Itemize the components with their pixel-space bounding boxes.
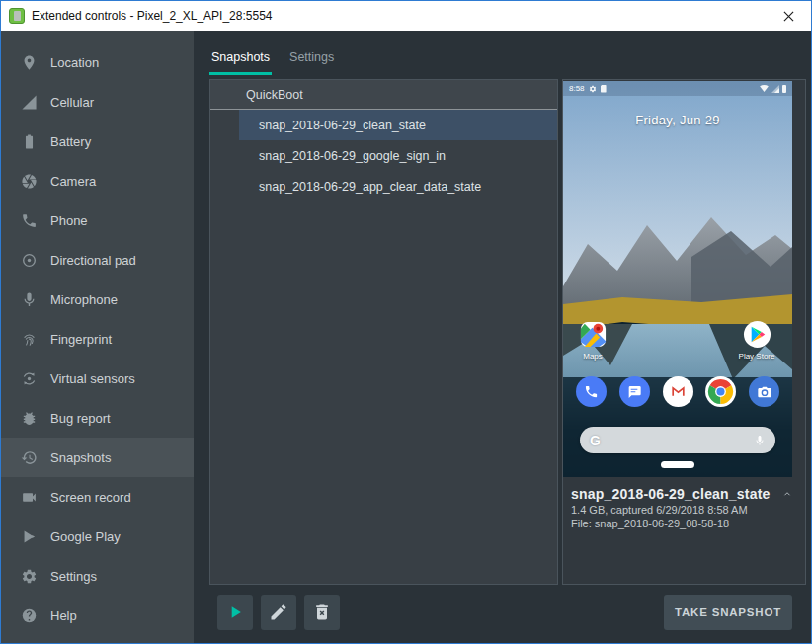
status-storage-icon: [601, 85, 607, 93]
sidebar-item-label: Screen record: [50, 490, 131, 505]
sidebar-item-label: Cellular: [50, 95, 94, 110]
play-triangle-icon: [21, 528, 38, 545]
emulator-app-icon: [9, 8, 25, 24]
history-clock-icon: [21, 449, 38, 466]
play-store-app-shortcut: Play Store: [733, 320, 780, 361]
sidebar-item-label: Google Play: [50, 529, 121, 544]
status-battery-icon: [782, 85, 787, 93]
status-wifi-icon: [760, 85, 769, 92]
sidebar-item-microphone[interactable]: Microphone: [1, 280, 194, 319]
sidebar-item-label: Settings: [50, 569, 97, 584]
play-store-app-icon: [743, 320, 771, 349]
load-snapshot-button[interactable]: [217, 595, 253, 630]
sidebar-item-label: Virtual sensors: [50, 371, 135, 386]
trash-icon: [312, 603, 332, 622]
quickboot-group-row[interactable]: QuickBoot: [210, 80, 557, 110]
sidebar-item-label: Microphone: [50, 292, 118, 307]
snapshot-info-title: snap_2018-06-29_clean_state: [571, 486, 771, 502]
google-search-bar: G: [580, 427, 775, 453]
snapshot-row[interactable]: snap_2018-06-29_app_clear_data_state: [239, 171, 557, 201]
cellular-signal-icon: [21, 94, 38, 111]
wallpaper-image: [563, 81, 792, 477]
sidebar-item-bug-report[interactable]: Bug report: [1, 398, 194, 438]
sidebar-item-snapshots[interactable]: Snapshots: [1, 438, 194, 477]
sidebar-item-cellular[interactable]: Cellular: [1, 82, 194, 121]
snapshot-name: snap_2018-06-29_clean_state: [259, 119, 426, 132]
tab-snapshots[interactable]: Snapshots: [209, 50, 272, 75]
dpad-icon: [21, 252, 38, 269]
bottom-action-bar: TAKE SNAPSHOT: [194, 585, 811, 643]
sidebar-item-label: Camera: [50, 174, 96, 189]
sidebar-item-label: Help: [50, 608, 77, 623]
mic-icon: [754, 435, 766, 446]
snapshot-info-file: File: snap_2018-06-29_08-58-18: [571, 518, 795, 529]
sidebar-item-label: Bug report: [50, 411, 111, 426]
sidebar-item-label: Fingerprint: [50, 332, 112, 347]
sidebar-item-label: Directional pad: [50, 253, 136, 268]
status-time: 8:58: [569, 84, 585, 93]
status-signal-icon: [771, 85, 779, 93]
snapshot-screenshot-preview: 8:58 Friday, Jun 29: [563, 81, 792, 477]
phone-handset-icon: [21, 212, 38, 229]
tab-bar: Snapshots Settings: [194, 31, 811, 75]
close-icon: [783, 11, 794, 22]
delete-snapshot-button[interactable]: [304, 595, 340, 630]
gear-icon: [21, 568, 38, 585]
snapshot-name: snap_2018-06-29_google_sign_in: [259, 149, 446, 163]
microphone-icon: [21, 291, 38, 308]
extended-controls-window: Extended controls - Pixel_2_XL_API_28:55…: [0, 0, 812, 644]
battery-icon: [21, 133, 38, 150]
status-gear-icon: [589, 85, 597, 93]
tab-settings[interactable]: Settings: [287, 50, 336, 75]
sidebar-item-directional-pad[interactable]: Directional pad: [1, 240, 194, 280]
sidebar-item-label: Location: [50, 55, 99, 70]
snapshot-row[interactable]: snap_2018-06-29_google_sign_in: [239, 140, 557, 171]
sidebar-item-help[interactable]: Help: [1, 596, 194, 635]
gmail-app-icon: [663, 376, 693, 407]
maps-app-shortcut: Maps: [569, 320, 616, 361]
videocam-icon: [21, 489, 38, 506]
snapshot-row[interactable]: snap_2018-06-29_clean_state: [239, 110, 557, 140]
location-pin-icon: [21, 54, 38, 71]
maps-app-label: Maps: [583, 352, 603, 361]
sidebar-item-battery[interactable]: Battery: [1, 121, 194, 161]
fingerprint-icon: [21, 331, 38, 348]
collapse-chevron-up-icon[interactable]: [779, 486, 795, 500]
sidebar-item-fingerprint[interactable]: Fingerprint: [1, 319, 194, 359]
sidebar-item-google-play[interactable]: Google Play: [1, 517, 194, 556]
sidebar-item-screen-record[interactable]: Screen record: [1, 477, 194, 517]
quickboot-label: QuickBoot: [246, 88, 303, 102]
sidebar-item-location[interactable]: Location: [1, 42, 194, 82]
snapshot-list-panel: QuickBoot snap_2018-06-29_clean_statesna…: [209, 79, 558, 585]
snapshot-info-meta: 1.4 GB, captured 6/29/2018 8:58 AM: [571, 504, 795, 516]
snapshot-info: snap_2018-06-29_clean_state 1.4 GB, capt…: [563, 477, 805, 529]
messages-app-icon: [619, 376, 650, 407]
main-area: Snapshots Settings QuickBoot snap_2018-0…: [194, 31, 811, 643]
title-bar: Extended controls - Pixel_2_XL_API_28:55…: [1, 1, 811, 31]
phone-dock: [563, 376, 792, 407]
camera-aperture-icon: [21, 173, 38, 190]
window-title: Extended controls - Pixel_2_XL_API_28:55…: [32, 9, 273, 23]
snapshot-name: snap_2018-06-29_app_clear_data_state: [259, 180, 481, 194]
camera-app-icon: [749, 376, 779, 407]
help-circle-icon: [21, 607, 38, 624]
close-button[interactable]: [767, 1, 811, 31]
take-snapshot-button[interactable]: TAKE SNAPSHOT: [664, 595, 792, 630]
google-g-logo: G: [590, 433, 601, 448]
sidebar-item-virtual-sensors[interactable]: Virtual sensors: [1, 359, 194, 398]
sidebar-item-phone[interactable]: Phone: [1, 201, 194, 240]
chrome-app-icon: [705, 376, 736, 407]
maps-app-icon: [579, 320, 608, 349]
pencil-icon: [269, 603, 288, 622]
edit-snapshot-button[interactable]: [261, 595, 296, 630]
sidebar-item-label: Battery: [50, 134, 91, 149]
sidebar: LocationCellularBatteryCameraPhoneDirect…: [1, 31, 194, 643]
phone-status-bar: 8:58: [563, 81, 792, 96]
play-store-app-label: Play Store: [739, 352, 775, 361]
bug-icon: [21, 410, 38, 427]
sidebar-item-settings[interactable]: Settings: [1, 556, 194, 596]
play-icon: [225, 603, 245, 622]
sidebar-item-camera[interactable]: Camera: [1, 161, 194, 201]
snapshot-preview-panel: 8:58 Friday, Jun 29: [562, 79, 806, 585]
phone-app-icon: [576, 376, 607, 407]
